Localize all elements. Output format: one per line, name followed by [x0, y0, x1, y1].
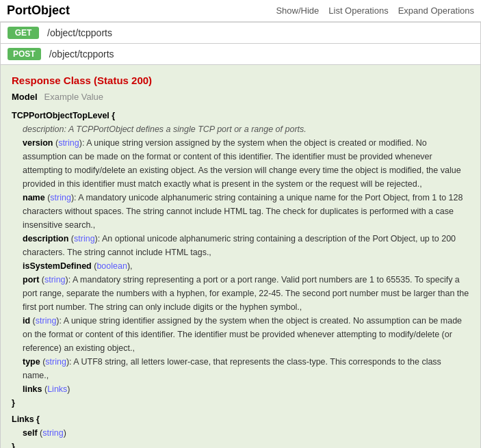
- schema-field-links: links (Links): [12, 382, 469, 396]
- content-area: Response Class (Status 200) Model Exampl…: [0, 65, 481, 448]
- schema-field-name: name (string): A mandatory unicode alpha…: [12, 191, 469, 232]
- top-bar-actions: Show/Hide List Operations Expand Operati…: [276, 5, 474, 16]
- schema-field-version: version (string): A unique string versio…: [12, 136, 469, 191]
- schema-links-title: Links {: [12, 412, 469, 426]
- schema-top-level-close: }: [12, 396, 469, 410]
- page-title: PortObject: [7, 3, 70, 18]
- schema-top-level-name: TCPPortObjectTopLevel {: [12, 109, 469, 122]
- tab-model[interactable]: Model: [12, 92, 38, 102]
- schema-field-isSystemDefined: isSystemDefined (boolean),: [12, 259, 469, 273]
- expand-operations-action[interactable]: Expand Operations: [398, 5, 474, 16]
- schema-block: TCPPortObjectTopLevel { description: A T…: [12, 109, 469, 448]
- list-operations-action[interactable]: List Operations: [328, 5, 388, 16]
- post-endpoint-path: /object/tcpports: [49, 49, 114, 60]
- schema-field-id: id (string): A unique string identifier …: [12, 314, 469, 355]
- get-endpoint-row[interactable]: GET /object/tcpports: [0, 22, 481, 44]
- post-endpoint-row[interactable]: POST /object/tcpports: [0, 44, 481, 65]
- schema-field-port: port (string): A mandatory string repres…: [12, 273, 469, 314]
- schema-links-close: }: [12, 440, 469, 448]
- schema-description-italic: description: A TCPPortObject defines a s…: [12, 122, 469, 136]
- tab-example-value[interactable]: Example Value: [44, 92, 103, 102]
- schema-field-description: description (string): An optional unicod…: [12, 232, 469, 259]
- schema-field-type: type (string): A UTF8 string, all letter…: [12, 355, 469, 382]
- schema-links-self: self (string): [12, 426, 469, 440]
- show-hide-action[interactable]: Show/Hide: [276, 5, 319, 16]
- post-method-badge: POST: [8, 48, 41, 60]
- top-bar: PortObject Show/Hide List Operations Exp…: [0, 0, 481, 22]
- get-method-badge: GET: [8, 27, 39, 39]
- get-endpoint-path: /object/tcpports: [47, 27, 112, 38]
- model-tabs: Model Example Value: [12, 92, 469, 102]
- response-class-title: Response Class (Status 200): [12, 75, 469, 86]
